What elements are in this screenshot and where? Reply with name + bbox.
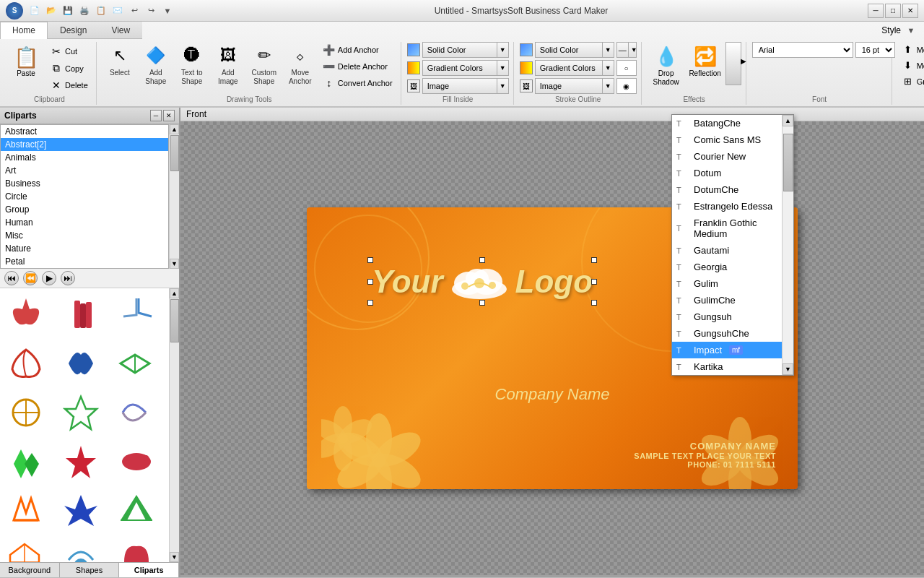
close-button[interactable]: ✕ [902, 4, 918, 18]
tab-background[interactable]: Background [0, 563, 60, 577]
stroke-image-button[interactable]: Image ▼ [535, 78, 614, 94]
category-misc[interactable]: Misc [1, 229, 168, 242]
list-item[interactable] [58, 537, 105, 562]
last-button[interactable]: ⏭ [61, 271, 75, 285]
font-item-franklin[interactable]: T Franklin Gothic Medium [672, 215, 782, 242]
font-item-kartika[interactable]: T Kartika [672, 358, 782, 375]
prev-button[interactable]: ⏪ [23, 271, 38, 285]
list-item[interactable] [58, 291, 105, 337]
category-scroll-down[interactable]: ▼ [170, 259, 179, 269]
custom-shape-button[interactable]: ✏ Custom Shape [247, 42, 282, 88]
category-list[interactable]: Abstract Abstract[2] Animals Art Busines… [0, 124, 169, 269]
list-item[interactable] [113, 537, 160, 562]
fill-gradient-arrow[interactable]: ▼ [497, 61, 508, 75]
font-item-batangche[interactable]: T BatangChe [672, 115, 782, 131]
stroke-solid-color-button[interactable]: Solid Color ▼ [535, 42, 614, 58]
copy-button[interactable]: ⧉ Copy [46, 60, 92, 77]
qa-new[interactable]: 📄 [27, 4, 42, 18]
category-art[interactable]: Art [1, 164, 168, 177]
font-dropdown-scrollbar[interactable]: ▲ ▼ [782, 115, 793, 375]
list-item[interactable] [3, 439, 49, 485]
font-item-gungsuhche[interactable]: T GungsuhChe [672, 325, 782, 342]
list-item[interactable] [113, 488, 160, 534]
font-item-impact[interactable]: T Impact mf [672, 342, 782, 358]
handle-tr[interactable] [591, 257, 597, 263]
convert-anchor-button[interactable]: ↕ Convert Anchor [319, 75, 396, 91]
paste-button[interactable]: 📋 Paste [7, 42, 45, 79]
list-item[interactable] [3, 340, 49, 387]
drop-shadow-button[interactable]: 💧 Drop Shadow [648, 42, 685, 88]
list-item[interactable] [3, 488, 49, 534]
handle-br[interactable] [591, 300, 597, 306]
category-abstract2[interactable]: Abstract[2] [1, 138, 168, 151]
font-item-gautami[interactable]: T Gautami [672, 242, 782, 259]
font-item-courier[interactable]: T Courier New [672, 148, 782, 165]
qa-pdf[interactable]: 📋 [94, 4, 108, 18]
add-shape-button[interactable]: 🔷 Add Shape [139, 42, 173, 88]
move-backward-button[interactable]: ⬇ Move Backward ▼ [898, 58, 924, 73]
list-item[interactable] [3, 389, 49, 436]
category-nature[interactable]: Nature [1, 242, 168, 255]
list-item[interactable] [58, 340, 105, 387]
handle-bm[interactable] [479, 300, 485, 306]
reflection-button[interactable]: 🔁 Reflection [687, 42, 724, 79]
list-item[interactable] [58, 439, 105, 485]
tab-cliparts[interactable]: Cliparts [119, 563, 179, 577]
minimize-button[interactable]: ─ [868, 4, 884, 18]
cut-button[interactable]: ✂ Cut [46, 43, 92, 59]
text-to-shape-button[interactable]: 🅣 Text to Shape [175, 42, 209, 88]
fill-solid-color-button[interactable]: Solid Color ▼ [422, 42, 509, 58]
stroke-gradient-arrow[interactable]: ▼ [602, 61, 614, 75]
stroke-solid-arrow[interactable]: ▼ [602, 43, 614, 57]
category-scrollbar[interactable]: ▲ ▼ [169, 124, 179, 269]
qa-dropdown[interactable]: ▼ [160, 4, 175, 18]
font-item-estrangelo[interactable]: T Estrangelo Edessa [672, 198, 782, 215]
qa-email[interactable]: ✉️ [110, 4, 125, 18]
panel-minimize-button[interactable]: ─ [150, 110, 162, 121]
cliparts-scrollbar[interactable]: ▲ ▼ [169, 288, 179, 562]
font-item-georgia[interactable]: T Georgia [672, 259, 782, 275]
stroke-image-arrow[interactable]: ▼ [602, 79, 614, 93]
tab-home[interactable]: Home [0, 22, 48, 39]
cliparts-scroll-down[interactable]: ▼ [170, 552, 179, 562]
add-image-button[interactable]: 🖼 Add Image [211, 42, 245, 88]
play-button[interactable]: ▶ [42, 271, 56, 285]
fill-image-arrow[interactable]: ▼ [497, 79, 508, 93]
panel-close-button[interactable]: ✕ [163, 110, 175, 121]
delete-button[interactable]: ✕ Delete [46, 77, 92, 93]
fill-solid-color-arrow[interactable]: ▼ [497, 43, 508, 57]
add-anchor-button[interactable]: ➕ Add Anchor [319, 42, 396, 58]
tab-shapes[interactable]: Shapes [60, 563, 120, 577]
qa-print[interactable]: 🖨️ [77, 4, 92, 18]
font-item-gulim[interactable]: T Gulim [672, 275, 782, 292]
cliparts-scroll-up[interactable]: ▲ [170, 288, 179, 298]
font-item-comic[interactable]: T Comic Sans MS [672, 131, 782, 148]
stroke-gradient-button[interactable]: Gradient Colors ▼ [535, 60, 614, 76]
first-button[interactable]: ⏮ [4, 271, 19, 285]
category-human[interactable]: Human [1, 216, 168, 229]
qa-undo[interactable]: ↩ [127, 4, 141, 18]
handle-mr[interactable] [591, 279, 597, 285]
maximize-button[interactable]: □ [885, 4, 901, 18]
cliparts-scroll-thumb[interactable] [170, 299, 179, 342]
list-item[interactable] [113, 439, 160, 485]
fill-image-button[interactable]: Image ▼ [422, 78, 509, 94]
category-circle[interactable]: Circle [1, 190, 168, 203]
font-item-dotum[interactable]: T Dotum [672, 165, 782, 181]
qa-redo[interactable]: ↪ [144, 4, 158, 18]
font-item-gulimche[interactable]: T GulimChe [672, 292, 782, 309]
font-item-gungsuh[interactable]: T Gungsuh [672, 309, 782, 325]
move-anchor-button[interactable]: ⬦ Move Anchor [283, 42, 318, 88]
handle-bl[interactable] [367, 300, 373, 306]
group-button[interactable]: ⊞ Group ▼ [898, 74, 924, 89]
font-size-select[interactable]: 16 pt [855, 42, 895, 58]
font-item-dotumche[interactable]: T DotumChe [672, 181, 782, 198]
move-forward-button[interactable]: ⬆ Move Forward ▼ [898, 42, 924, 57]
list-item[interactable] [3, 291, 49, 337]
tab-view[interactable]: View [99, 22, 142, 38]
category-group[interactable]: Group [1, 203, 168, 216]
list-item[interactable] [58, 389, 105, 436]
category-business[interactable]: Business [1, 177, 168, 190]
tab-design[interactable]: Design [48, 22, 99, 38]
font-scroll-down[interactable]: ▼ [783, 363, 793, 375]
